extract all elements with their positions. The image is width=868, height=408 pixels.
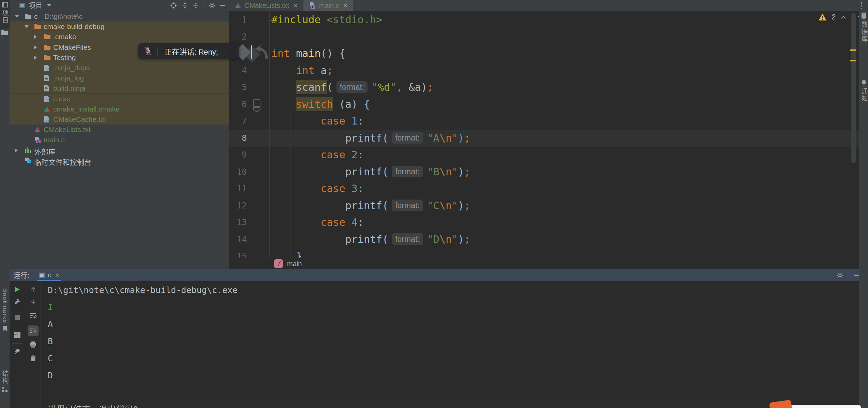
warning-stripe-mark[interactable] — [850, 49, 856, 51]
file-lines-icon — [44, 75, 49, 82]
editor-tab-main-c[interactable]: Cmain.c× — [303, 0, 354, 11]
soft-wrap-icon — [30, 312, 37, 319]
print-button[interactable] — [28, 339, 39, 350]
tree-row[interactable]: cmake_install.cmake — [10, 104, 229, 114]
pin-button[interactable] — [12, 346, 23, 357]
pin-icon — [14, 348, 21, 355]
code-line: int a; — [271, 62, 333, 79]
locate-button[interactable] — [170, 2, 177, 9]
code-token: " — [452, 233, 458, 245]
prev-warning-icon[interactable] — [840, 15, 846, 19]
editor-tab-CMakeLists-txt[interactable]: CMakeLists.txt× — [229, 0, 303, 11]
structure-icon — [2, 387, 8, 392]
code-editor[interactable]: 1#include <stdio.h>23int main() {4 int a… — [229, 11, 859, 258]
tree-row[interactable]: ?c.exe — [10, 94, 229, 104]
tree-row[interactable]: build.ninja — [10, 83, 229, 93]
ide-window: 项目Bookmarks结构 项目 cD:\git\note\ccmake-bui… — [0, 0, 868, 408]
wrench-button[interactable] — [12, 296, 23, 307]
tree-row[interactable]: .ninja_log — [10, 73, 229, 83]
tree-row[interactable]: CMakeCache.txt — [10, 114, 229, 125]
code-token: } — [271, 250, 302, 258]
line-number: 10 — [229, 163, 247, 180]
chevron-right-icon[interactable] — [34, 35, 37, 39]
chevron-down-icon[interactable] — [25, 25, 29, 28]
tree-item-label: .cmake — [53, 33, 76, 41]
code-token: ; — [464, 233, 470, 245]
tree-row[interactable]: 外部库 — [10, 145, 229, 156]
line-number: 2 — [229, 28, 247, 45]
code-line: printf(format:"C\n"); — [271, 197, 470, 214]
code-token: 1 — [351, 115, 358, 127]
tree-row[interactable]: 临时文件和控制台 — [10, 156, 229, 166]
code-token: ; — [464, 132, 470, 144]
line-number: 11 — [229, 180, 247, 197]
sidebar-item-project[interactable]: 项目 — [0, 0, 10, 29]
code-line: case 2: — [271, 146, 364, 163]
close-icon[interactable]: × — [294, 2, 298, 10]
project-view-combo-icon[interactable] — [19, 2, 25, 9]
rerun-button[interactable] — [12, 284, 23, 295]
chevron-right-icon[interactable] — [34, 45, 37, 49]
expand-all-button[interactable] — [182, 2, 188, 9]
settings-button[interactable] — [209, 2, 215, 9]
hide-button[interactable] — [220, 4, 226, 6]
line-number: 13 — [229, 214, 247, 231]
sidebar-item-structure[interactable]: 结构 — [0, 370, 10, 392]
code-token: \n — [439, 200, 452, 212]
file-gear-icon — [44, 116, 49, 123]
cmake-icon — [44, 106, 50, 112]
editor-scrollbar[interactable] — [851, 13, 856, 163]
line-number: 8 — [229, 130, 247, 147]
svg-text:C: C — [37, 140, 40, 143]
cmake-icon — [34, 126, 41, 132]
code-token: "B — [427, 166, 439, 178]
collapse-all-button[interactable] — [193, 2, 199, 9]
chevron-right-icon[interactable] — [15, 148, 18, 152]
code-token — [271, 183, 321, 194]
overlay-cursor-line — [251, 45, 252, 59]
scroll-to-end-button[interactable] — [28, 325, 39, 336]
sidebar-item-folder[interactable] — [1, 29, 8, 35]
tree-row[interactable]: .cmake — [10, 32, 229, 42]
sidebar-item-bookmarks[interactable]: Bookmarks — [0, 288, 10, 332]
tree-row[interactable]: Cmain.c — [10, 135, 229, 145]
code-token: &a) — [403, 81, 427, 93]
close-icon[interactable]: × — [56, 272, 59, 279]
clear-button[interactable] — [28, 353, 39, 364]
sidebar-item-notifications[interactable]: 通知 — [860, 79, 868, 102]
close-icon[interactable]: × — [344, 2, 348, 10]
run-tab-label: c — [48, 271, 51, 279]
hide-button[interactable] — [854, 274, 859, 276]
code-token: 2 — [351, 149, 358, 161]
run-console[interactable]: D:\git\note\c\cmake-build-debug\c.exe1AB… — [10, 281, 859, 408]
up-button[interactable] — [28, 284, 39, 295]
chevron-down-icon[interactable] — [15, 15, 19, 18]
chevron-right-icon[interactable] — [34, 56, 37, 60]
down-button[interactable] — [28, 296, 39, 307]
code-token: "C — [427, 200, 439, 212]
layout-button[interactable] — [12, 329, 23, 340]
settings-button[interactable] — [837, 272, 843, 279]
fold-marker[interactable] — [253, 99, 261, 112]
tree-row[interactable]: cD:\git\note\c — [10, 11, 229, 21]
project-panel-header: 项目 — [10, 0, 229, 11]
more-tool-windows-button[interactable] — [860, 2, 863, 10]
chevron-down-icon[interactable] — [47, 4, 51, 6]
tree-row[interactable]: cmake-build-debug — [10, 21, 229, 32]
breadcrumb-function-name[interactable]: main — [287, 260, 302, 268]
tree-item-label: cmake-build-debug — [44, 23, 105, 31]
svg-text:?: ? — [46, 67, 49, 71]
run-tab[interactable]: c × — [37, 269, 61, 281]
code-token: a — [314, 64, 327, 76]
soft-wrap-button[interactable] — [28, 310, 39, 321]
warning-stripe-mark[interactable] — [850, 60, 856, 61]
settings-icon — [837, 272, 843, 279]
console-line: 1 — [48, 299, 53, 316]
sidebar-item-database[interactable]: 数据库 — [860, 12, 868, 43]
console-line: B — [48, 333, 53, 350]
tree-row[interactable]: ?.ninja_deps — [10, 63, 229, 73]
tree-row[interactable]: CMakeLists.txt — [10, 125, 229, 135]
stop-button[interactable] — [12, 312, 23, 323]
folder-icon — [44, 44, 51, 50]
folder-icon — [44, 33, 51, 39]
